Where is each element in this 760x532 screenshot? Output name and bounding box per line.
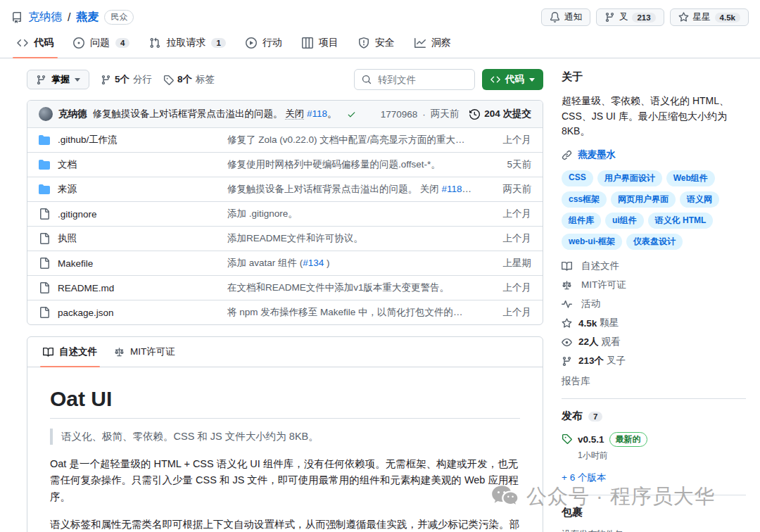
tab-code[interactable]: 代码 [8, 30, 62, 58]
pulse-icon [562, 299, 578, 310]
repo-separator: / [68, 11, 70, 24]
code-dropdown-button[interactable]: 代码 [482, 69, 543, 90]
file-name: package.json [58, 308, 114, 318]
branch-selector-button[interactable]: 掌握 [27, 70, 89, 89]
commit-issue-link[interactable]: #118 [307, 108, 327, 119]
repo-name-link[interactable]: 燕麦 [76, 10, 99, 25]
topic-tag[interactable]: Web组件 [666, 170, 715, 186]
table-row[interactable]: README.md 在文档和README文件中添加v1版本重大变更警告。 上个月 [27, 275, 543, 300]
branch-icon [101, 75, 111, 85]
star-icon [678, 12, 689, 23]
readme-paragraph: 语义标签和属性无需类名即可根据上下文自动设置样式，从而强制遵循最佳实践，并减少标… [50, 517, 520, 532]
topic-tag[interactable]: 仪表盘设计 [626, 234, 683, 250]
sidebar-item-forks[interactable]: 213个叉子 [562, 355, 746, 367]
file-commit-time: 上星期 [481, 257, 531, 270]
topic-tag[interactable]: ui组件 [605, 213, 644, 229]
bell-icon [550, 12, 560, 23]
latest-commit-bar[interactable]: 克纳德 修复触摸设备上对话框背景点击溢出的问题。 关闭 #118。 177096… [27, 101, 543, 127]
website-link[interactable]: 燕麦墨水 [562, 148, 746, 161]
tab-security-label: 安全 [375, 37, 395, 49]
table-row[interactable]: Makefile 添加 avatar 组件 (#134 ) 上星期 [27, 251, 543, 275]
topic-tag[interactable]: 网页用户界面 [611, 191, 676, 208]
tab-actions[interactable]: 行动 [237, 30, 291, 58]
releases-count-badge: 7 [588, 412, 602, 422]
table-row[interactable]: 执照 添加README文件和许可协议。 上个月 [27, 226, 543, 251]
file-issue-link[interactable]: #134 [303, 258, 324, 268]
release-version: v0.5.1 [578, 434, 604, 445]
sidebar-item-readme[interactable]: 自述文件 [562, 260, 746, 272]
file-name: Makefile [58, 258, 93, 269]
file-name: 文档 [58, 158, 77, 171]
commit-time: 两天前 [431, 108, 460, 120]
commit-hash[interactable]: 1770968 [381, 109, 418, 120]
folder-icon [39, 159, 50, 170]
file-commit-time: 上个月 [481, 134, 531, 146]
commit-history-link[interactable]: 204 次提交 [469, 108, 531, 120]
tab-pull-requests[interactable]: 拉取请求 1 [141, 30, 234, 58]
tab-issues[interactable]: 问题 4 [65, 30, 138, 58]
tag-icon [163, 75, 174, 85]
code-icon [17, 37, 28, 49]
file-table: 克纳德 修复触摸设备上对话框背景点击溢出的问题。 关闭 #118。 177096… [27, 100, 543, 325]
tab-insights-label: 洞察 [431, 37, 451, 49]
fork-icon [562, 356, 578, 367]
tags-label: 标签 [196, 73, 215, 86]
tab-code-label: 代码 [34, 37, 53, 49]
tags-count: 8个 [177, 73, 192, 86]
history-icon [469, 109, 480, 120]
latest-release[interactable]: v0.5.1 最新的 1小时前 [562, 432, 746, 462]
project-icon [302, 37, 313, 49]
tab-security[interactable]: 安全 [350, 30, 403, 58]
folder-icon [39, 184, 50, 195]
sidebar-item-watchers[interactable]: 22人观看 [562, 336, 746, 348]
sidebar-item-license[interactable]: MIT许可证 [562, 279, 746, 291]
tab-license[interactable]: MIT许可证 [106, 337, 184, 367]
tab-insights[interactable]: 洞察 [406, 30, 460, 58]
repo-icon [11, 12, 23, 23]
fork-button[interactable]: 叉 213 [596, 8, 664, 26]
table-row[interactable]: package.json 将 npm 发布操作移至 Makefile 中，以简化… [27, 300, 543, 324]
repo-owner-link[interactable]: 克纳德 [28, 10, 62, 25]
table-row[interactable]: .gitignore 添加 .gitignore。 上个月 [27, 201, 543, 226]
divider [562, 495, 746, 495]
book-icon [562, 261, 578, 272]
notifications-button[interactable]: 通知 [541, 8, 590, 26]
file-commit-message: 将 npm 发布操作移至 Makefile 中，以简化打包文件的路径。 [227, 307, 481, 317]
search-icon [362, 75, 372, 84]
file-commit-message: 修复触摸设备上对话框背景点击溢出的问题。 关闭 [227, 184, 442, 194]
table-row[interactable]: .github/工作流 修复了 Zola (v0.22.0) 文档中配置/高亮显… [27, 127, 543, 152]
file-issue-link[interactable]: #118 [442, 184, 472, 194]
file-commit-message: 在文档和README文件中添加v1版本重大变更警告。 [227, 282, 449, 293]
topic-tag[interactable]: 用户界面设计 [597, 170, 662, 186]
topic-tag[interactable]: 语义网 [680, 191, 719, 208]
repo-meta-list: 自述文件 MIT许可证 活动 4.5k颗星 22人观看 213个叉子 [562, 260, 746, 367]
commit-dot: · [422, 109, 426, 120]
topic-tag[interactable]: 语义化 HTML [648, 213, 714, 229]
sidebar-item-activity[interactable]: 活动 [562, 298, 746, 310]
topic-tag[interactable]: css框架 [562, 191, 607, 208]
law-icon [562, 280, 578, 291]
tab-projects[interactable]: 项目 [293, 30, 347, 58]
file-commit-message: 修复使用时网格列中硬编码偏移量的问题.offset-*。 [227, 159, 441, 170]
topic-list: CSS 用户界面设计 Web组件 css框架 网页用户界面 语义网 组件库 ui… [562, 170, 746, 250]
branches-link[interactable]: 5个 分行 [101, 73, 152, 86]
file-name: 来源 [58, 183, 77, 196]
releases-title: 发布 [562, 410, 583, 423]
readme-title: Oat UI [50, 387, 520, 419]
star-button[interactable]: 星星 4.5k [670, 8, 749, 26]
sidebar-item-stars[interactable]: 4.5k颗星 [562, 317, 746, 329]
tab-readme[interactable]: 自述文件 [34, 337, 106, 367]
table-row[interactable]: 来源 修复触摸设备上对话框背景点击溢出的问题。 关闭 #118 。 两天前 [27, 177, 543, 201]
topic-tag[interactable]: 组件库 [562, 213, 601, 229]
report-repository-link[interactable]: 报告库 [562, 375, 746, 388]
topic-tag[interactable]: web-ui-框架 [562, 234, 622, 250]
readme-card: 自述文件 MIT许可证 Oat UI 语义化、极简、零依赖。CSS 和 JS 文… [27, 336, 543, 532]
commit-message-tail: 。 [327, 108, 337, 119]
topic-tag[interactable]: CSS [562, 170, 593, 186]
file-commit-time: 两天前 [481, 183, 531, 196]
more-releases-link[interactable]: + 6 个版本 [562, 471, 746, 484]
repo-tab-nav: 代码 问题 4 拉取请求 1 行动 项目 安全 洞察 [0, 30, 760, 58]
go-to-file-input[interactable] [376, 74, 467, 86]
table-row[interactable]: 文档 修复使用时网格列中硬编码偏移量的问题.offset-*。 5天前 [27, 152, 543, 177]
tags-link[interactable]: 8个 标签 [163, 73, 215, 86]
